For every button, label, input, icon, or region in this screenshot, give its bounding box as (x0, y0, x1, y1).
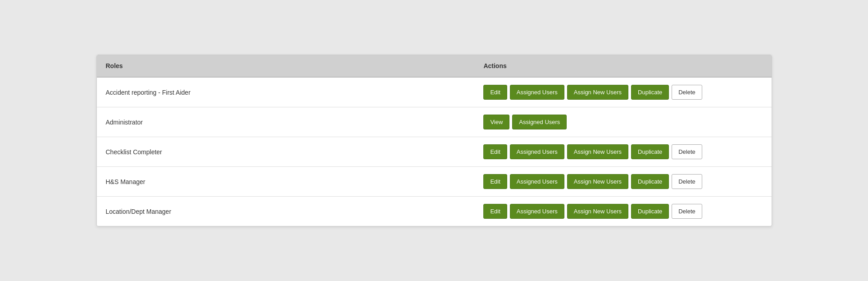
actions-cell: EditAssigned UsersAssign New UsersDuplic… (474, 137, 771, 167)
assign-new-users-3-button[interactable]: Assign New Users (567, 144, 628, 159)
actions-cell: EditAssigned UsersAssign New UsersDuplic… (474, 77, 771, 107)
table-row: Checklist CompleterEditAssigned UsersAss… (97, 137, 772, 167)
delete-3-button[interactable]: Delete (672, 144, 702, 159)
duplicate-3-button[interactable]: Duplicate (631, 144, 669, 159)
table-row: Accident reporting - First AiderEditAssi… (97, 77, 772, 107)
actions-group: EditAssigned UsersAssign New UsersDuplic… (483, 204, 762, 219)
actions-group: EditAssigned UsersAssign New UsersDuplic… (483, 85, 762, 100)
roles-table: Roles Actions Accident reporting - First… (97, 55, 772, 226)
actions-cell: EditAssigned UsersAssign New UsersDuplic… (474, 197, 771, 226)
actions-cell: EditAssigned UsersAssign New UsersDuplic… (474, 167, 771, 197)
role-name-cell: Checklist Completer (97, 137, 475, 167)
role-name-cell: Location/Dept Manager (97, 197, 475, 226)
role-name-cell: Administrator (97, 107, 475, 137)
assigned-users-3-button[interactable]: Assigned Users (510, 144, 564, 159)
assigned-users-2-button[interactable]: Assigned Users (512, 115, 567, 129)
delete-5-button[interactable]: Delete (672, 204, 702, 219)
actions-group: EditAssigned UsersAssign New UsersDuplic… (483, 144, 762, 159)
actions-group: ViewAssigned Users (483, 115, 762, 129)
edit-1-button[interactable]: Edit (483, 85, 507, 100)
delete-1-button[interactable]: Delete (672, 85, 702, 100)
table-row: AdministratorViewAssigned Users (97, 107, 772, 137)
table-row: H&S ManagerEditAssigned UsersAssign New … (97, 167, 772, 197)
table-row: Location/Dept ManagerEditAssigned UsersA… (97, 197, 772, 226)
edit-5-button[interactable]: Edit (483, 204, 507, 219)
edit-4-button[interactable]: Edit (483, 174, 507, 189)
column-header-roles: Roles (97, 55, 475, 77)
roles-table-container: Roles Actions Accident reporting - First… (96, 55, 772, 226)
table-header-row: Roles Actions (97, 55, 772, 77)
edit-3-button[interactable]: Edit (483, 144, 507, 159)
assigned-users-1-button[interactable]: Assigned Users (510, 85, 564, 100)
assign-new-users-1-button[interactable]: Assign New Users (567, 85, 628, 100)
role-name-cell: H&S Manager (97, 167, 475, 197)
duplicate-1-button[interactable]: Duplicate (631, 85, 669, 100)
assign-new-users-5-button[interactable]: Assign New Users (567, 204, 628, 219)
role-name-cell: Accident reporting - First Aider (97, 77, 475, 107)
delete-4-button[interactable]: Delete (672, 174, 702, 189)
duplicate-4-button[interactable]: Duplicate (631, 174, 669, 189)
view-2-button[interactable]: View (483, 115, 509, 129)
assigned-users-5-button[interactable]: Assigned Users (510, 204, 564, 219)
column-header-actions: Actions (474, 55, 771, 77)
assigned-users-4-button[interactable]: Assigned Users (510, 174, 564, 189)
actions-group: EditAssigned UsersAssign New UsersDuplic… (483, 174, 762, 189)
actions-cell: ViewAssigned Users (474, 107, 771, 137)
assign-new-users-4-button[interactable]: Assign New Users (567, 174, 628, 189)
duplicate-5-button[interactable]: Duplicate (631, 204, 669, 219)
table-body: Accident reporting - First AiderEditAssi… (97, 77, 772, 226)
